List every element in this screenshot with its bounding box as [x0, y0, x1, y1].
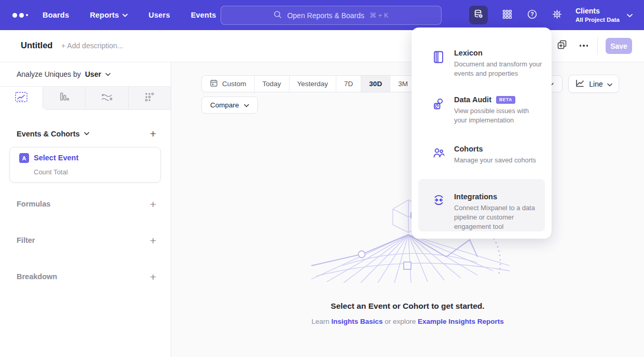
- search-icon: [273, 10, 282, 21]
- project-selector-subtitle: All Project Data: [576, 16, 620, 24]
- compare-button[interactable]: Compare: [201, 97, 258, 114]
- tab-flow[interactable]: [86, 87, 129, 110]
- add-description-field[interactable]: + Add description...: [61, 42, 123, 50]
- chevron-down-icon: [122, 13, 128, 17]
- date-range-7d[interactable]: 7D: [336, 76, 361, 92]
- chevron-down-icon: [84, 132, 89, 135]
- more-options-button[interactable]: [576, 39, 592, 52]
- cohorts-icon: [432, 146, 445, 161]
- mixpanel-logo-icon[interactable]: [12, 13, 31, 18]
- event-letter-badge: A: [19, 153, 29, 163]
- chevron-down-icon: [244, 101, 249, 109]
- menu-item-lexicon[interactable]: Lexicon Document and transform your even…: [418, 49, 545, 93]
- top-nav: Boards Reports Users Events Open Reports…: [0, 0, 644, 30]
- insights-basics-link[interactable]: Insights Basics: [331, 318, 382, 325]
- divider: [597, 37, 598, 54]
- save-button[interactable]: Save: [606, 38, 632, 54]
- lexicon-icon: [432, 50, 445, 66]
- dot-grid-icon: [144, 91, 155, 105]
- chart-type-tabs: [0, 87, 171, 110]
- chart-style-selector[interactable]: Line: [568, 75, 619, 93]
- nav-users[interactable]: Users: [148, 11, 170, 19]
- date-range-30d[interactable]: 30D: [361, 76, 390, 92]
- menu-item-integrations[interactable]: Integrations Connect Mixpanel to a data …: [418, 179, 545, 231]
- date-range-today[interactable]: Today: [255, 76, 290, 92]
- search-input[interactable]: Open Reports & Boards ⌘ + K: [221, 6, 442, 25]
- chevron-down-icon: [105, 73, 111, 76]
- search-shortcut: ⌘ + K: [369, 11, 389, 19]
- question-circle-icon: ?: [527, 9, 538, 22]
- events-cohorts-header[interactable]: Events & Cohorts: [17, 130, 80, 138]
- grid-icon: [502, 9, 513, 22]
- line-chart-icon: [15, 91, 28, 105]
- beta-badge: BETA: [496, 96, 515, 104]
- copy-icon: [557, 39, 567, 52]
- date-range-custom[interactable]: Custom: [202, 76, 255, 92]
- data-management-button[interactable]: [469, 6, 488, 24]
- date-range-yesterday[interactable]: Yesterday: [290, 76, 337, 92]
- help-button[interactable]: ?: [523, 6, 541, 24]
- line-style-icon: [575, 79, 585, 89]
- tab-bar-chart[interactable]: [43, 87, 86, 110]
- project-selector-title: Clients: [576, 6, 620, 16]
- tab-retention[interactable]: [129, 87, 171, 110]
- svg-text:?: ?: [530, 11, 533, 17]
- chevron-down-icon: [627, 10, 633, 20]
- report-title[interactable]: Untitled: [21, 40, 52, 50]
- empty-state-title: Select an Event or Cohort to get started…: [171, 301, 644, 311]
- query-sidebar: Analyze Uniques by User Events & Cohorts…: [0, 62, 171, 357]
- breakdown-header: Breakdown: [17, 272, 57, 281]
- nav-boards[interactable]: Boards: [43, 11, 69, 19]
- add-formula-button[interactable]: +: [150, 199, 156, 210]
- empty-state-subtitle: Learn Insights Basics or explore Example…: [171, 318, 644, 325]
- data-audit-icon: [432, 97, 445, 113]
- example-insights-reports-link[interactable]: Example Insights Reports: [418, 318, 504, 325]
- search-placeholder: Open Reports & Boards: [287, 11, 364, 20]
- gear-icon: [552, 9, 563, 22]
- select-event-label[interactable]: Select Event: [34, 154, 78, 162]
- analyze-label: Analyze Uniques by: [17, 70, 81, 78]
- nav-events[interactable]: Events: [191, 11, 216, 19]
- nav-reports[interactable]: Reports: [90, 11, 128, 19]
- filter-header: Filter: [17, 236, 35, 244]
- event-card[interactable]: A Select Event Count Total: [9, 147, 161, 183]
- chart-canvas: Custom Today Yesterday 7D 30D 3M 6M Comp…: [171, 62, 644, 357]
- database-gear-icon: [473, 8, 484, 22]
- analyze-uniques-selector[interactable]: Analyze Uniques by User: [0, 62, 171, 87]
- chevron-down-icon: [607, 80, 612, 88]
- add-event-button[interactable]: +: [150, 128, 156, 139]
- add-filter-button[interactable]: +: [150, 235, 156, 246]
- integrations-icon: [432, 194, 445, 209]
- data-management-menu: Lexicon Document and transform your even…: [412, 28, 552, 239]
- calendar-icon: [210, 79, 218, 89]
- add-breakdown-button[interactable]: +: [150, 271, 156, 282]
- formulas-header: Formulas: [17, 200, 50, 208]
- analyze-value: User: [85, 70, 101, 78]
- bar-chart-icon: [58, 91, 70, 105]
- project-selector[interactable]: Clients All Project Data: [576, 6, 633, 23]
- apps-grid-button[interactable]: [498, 6, 516, 24]
- menu-item-cohorts[interactable]: Cohorts Manage your saved cohorts: [418, 145, 545, 176]
- menu-item-data-audit[interactable]: Data AuditBETA View possible issues with…: [418, 95, 545, 143]
- tab-insights-line[interactable]: [0, 87, 43, 110]
- settings-button[interactable]: [547, 6, 566, 24]
- duplicate-button[interactable]: [555, 39, 569, 52]
- count-total-label[interactable]: Count Total: [34, 168, 68, 176]
- flow-icon: [100, 91, 114, 105]
